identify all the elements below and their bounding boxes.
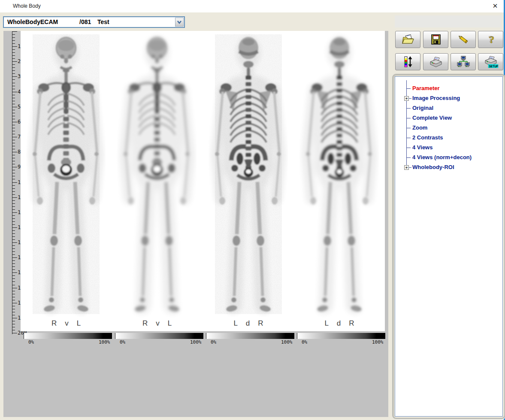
tree-branch-line — [406, 128, 411, 128]
ruler-tick — [12, 143, 15, 143]
help-button[interactable]: ? ? — [478, 31, 503, 48]
study-name: WholeBodyECAM — [7, 18, 58, 25]
tree-item-parameter[interactable]: Parameter — [395, 84, 502, 94]
scale-max-4: 100% — [372, 339, 384, 345]
ruler-tick — [12, 188, 15, 189]
ruler-tick — [12, 194, 15, 195]
print-setup-button[interactable]: SETUP — [478, 53, 503, 70]
ruler-tick — [12, 161, 15, 161]
ruler-tick — [12, 31, 17, 32]
tree-item-complete-view[interactable]: Complete View — [395, 113, 502, 123]
ruler-tick — [12, 43, 15, 44]
patient-name: Test — [97, 18, 109, 25]
tree-item-label: Zoom — [412, 124, 427, 131]
ruler-tick — [12, 248, 15, 249]
orientation-labels-view-3: L d R — [203, 319, 294, 329]
ruler-tick — [12, 55, 15, 56]
ruler-tick — [12, 321, 15, 321]
label-ventral: v — [65, 319, 69, 329]
chevron-down-icon — [176, 20, 182, 25]
tree-item-original[interactable]: Original — [395, 103, 502, 113]
expander-plus-icon[interactable]: + — [404, 165, 409, 170]
tree-list: Parameter+Image ProcessingOriginalComple… — [395, 77, 502, 416]
scale-min-2: 0% — [120, 339, 125, 345]
ruler-tick — [12, 155, 15, 155]
ruler-tick — [12, 224, 15, 225]
ruler-tick — [12, 227, 17, 228]
ruler-tick — [12, 206, 15, 207]
ruler-tick — [12, 251, 15, 252]
scale-max-1: 100% — [99, 339, 110, 345]
svg-text:?: ? — [488, 34, 493, 45]
tree-item-4-views-norm-decon[interactable]: 4 Views (norm+decon) — [395, 153, 502, 163]
ruler-tick — [12, 333, 17, 333]
edit-button[interactable] — [451, 31, 476, 48]
tree-item-2-contrasts[interactable]: 2 Contrasts — [395, 133, 502, 143]
close-icon[interactable]: ✕ — [490, 1, 500, 11]
ruler-tick — [12, 315, 15, 315]
expander-plus-icon[interactable]: + — [404, 96, 409, 101]
label-right: R — [258, 319, 263, 329]
workflow-tree-frame: Parameter+Image ProcessingOriginalComple… — [392, 74, 505, 419]
tree-item-image-processing[interactable]: +Image Processing — [395, 94, 502, 103]
contrast-scale-icon — [402, 56, 414, 68]
ruler-tick — [12, 167, 17, 167]
tree-branch-line — [406, 138, 411, 138]
ruler-tick — [12, 242, 17, 243]
ruler-tick — [12, 266, 15, 267]
label-right: R — [142, 319, 148, 329]
ruler-tick — [12, 179, 15, 179]
bone-scan-posterior-1[interactable] — [203, 31, 294, 331]
ruler-tick — [12, 312, 15, 312]
label-left: L — [233, 319, 237, 329]
tree-item-zoom[interactable]: Zoom — [395, 123, 502, 133]
tree-branch-line — [406, 88, 411, 89]
title-bar: Whole Body ✕ — [0, 0, 505, 12]
ruler-tick — [12, 92, 17, 92]
ruler-tick — [12, 104, 15, 104]
image-display-panel: 1020304050607080901001101201301401501601… — [3, 31, 388, 417]
ruler-tick — [12, 128, 15, 128]
open-folder-icon — [402, 34, 414, 45]
ruler-tick — [12, 278, 15, 279]
tree-item-label: 4 Views (norm+decon) — [412, 154, 472, 160]
bone-scan-anterior-1[interactable] — [21, 31, 112, 331]
open-study-button[interactable] — [395, 31, 420, 48]
grayscale-bar-4 — [297, 333, 385, 339]
network-button[interactable] — [451, 53, 476, 70]
ruler-tick — [12, 218, 15, 219]
ruler-tick — [12, 215, 15, 216]
ruler-tick — [12, 113, 15, 113]
study-selector-combobox[interactable]: WholeBodyECAM /081 Test — [3, 16, 185, 28]
tree-item-4-views[interactable]: 4 Views — [395, 143, 502, 153]
print-button[interactable] — [423, 53, 448, 70]
ruler-tick — [12, 122, 17, 122]
ruler-tick — [12, 89, 15, 89]
setup-badge: SETUP — [489, 65, 498, 68]
ruler-tick — [12, 76, 17, 77]
orientation-labels-view-4: L d R — [294, 319, 385, 329]
ruler-tick — [12, 131, 15, 131]
tree-item-label: 2 Contrasts — [412, 134, 443, 141]
label-dorsal: d — [337, 319, 341, 329]
ruler-tick — [12, 70, 15, 71]
ruler-tick — [12, 137, 17, 137]
ruler-tick — [12, 146, 15, 146]
tree-item-label: Parameter — [412, 85, 440, 91]
ruler-tick — [12, 116, 15, 116]
ruler: 1020304050607080901001101201301401501601… — [3, 31, 22, 336]
ruler-tick — [12, 318, 17, 318]
contrast-scale-button[interactable] — [395, 53, 420, 70]
label-left: L — [324, 319, 328, 329]
combobox-dropdown-button[interactable] — [175, 18, 184, 27]
ruler-tick — [12, 134, 15, 134]
ruler-tick — [12, 306, 15, 306]
ruler-tick — [12, 212, 17, 213]
bone-scan-anterior-2[interactable] — [112, 31, 203, 331]
save-button[interactable] — [423, 31, 448, 48]
ruler-tick — [12, 281, 15, 282]
tree-item-wholebody-roi[interactable]: +Wholebody-ROI — [395, 163, 502, 172]
bone-scan-posterior-2[interactable] — [294, 31, 385, 331]
ruler-tick — [12, 152, 17, 152]
network-icon — [457, 56, 470, 68]
